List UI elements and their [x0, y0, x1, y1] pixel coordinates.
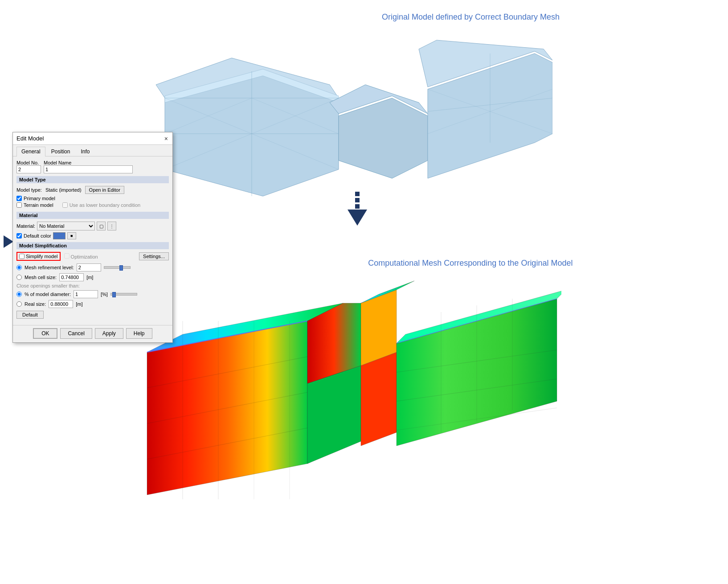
lower-boundary-label: Use as lower boundary condition	[70, 202, 141, 208]
default-btn-row: Default	[16, 311, 169, 319]
optimization-checkbox	[64, 253, 70, 259]
tab-position[interactable]: Position	[46, 147, 75, 156]
apply-button[interactable]: Apply	[95, 328, 123, 339]
terrain-model-label: Terrain model	[24, 202, 53, 208]
mesh-cell-unit: [m]	[86, 275, 93, 280]
mesh-refinement-label: Mesh refinement level:	[25, 265, 74, 270]
simplify-model-checkbox[interactable]	[19, 254, 25, 259]
title-top: Original Model defined by Correct Bounda…	[382, 12, 560, 22]
lower-boundary-checkbox[interactable]	[62, 202, 68, 208]
tab-general[interactable]: General	[16, 147, 45, 156]
percent-slider[interactable]	[110, 293, 137, 296]
material-edit-button[interactable]: ▢	[97, 222, 106, 230]
mesh-refinement-slider[interactable]	[104, 266, 131, 269]
material-row: Material: No Material ▢ ⋮	[16, 222, 169, 230]
model-no-label: Model No.	[16, 160, 41, 165]
default-color-checkbox[interactable]	[16, 233, 22, 239]
mesh-refinement-input[interactable]	[77, 263, 101, 271]
primary-model-row: Primary model	[16, 196, 169, 201]
open-in-editor-button[interactable]: Open in Editor	[85, 186, 124, 194]
default-color-row: Default color ■	[16, 232, 169, 239]
svg-marker-32	[361, 352, 397, 446]
percent-unit: [%]	[101, 292, 108, 297]
model-no-input[interactable]	[16, 165, 41, 173]
model-type-value: Static (imported)	[45, 187, 82, 193]
percent-model-label: % of model diameter:	[25, 292, 71, 297]
terrain-model-row: Terrain model	[16, 202, 53, 208]
color-swatch[interactable]	[53, 232, 65, 239]
real-size-label: Real size:	[25, 301, 46, 307]
model-top-svg	[151, 27, 552, 214]
real-size-input[interactable]	[49, 300, 73, 308]
material-grid-button[interactable]: ⋮	[107, 222, 116, 230]
svg-marker-3	[339, 98, 428, 178]
mesh-refinement-row: Mesh refinement level:	[16, 263, 169, 271]
mesh-cell-size-label: Mesh cell size:	[25, 275, 57, 280]
simplify-label-text: Simplify model	[26, 254, 58, 259]
mesh-cell-size-input[interactable]	[59, 273, 84, 281]
model-bottom-3d	[138, 276, 561, 571]
section-model-type: Model Type	[16, 176, 169, 183]
dialog-close-button[interactable]: ×	[164, 136, 169, 142]
dialog-pointer-arrow	[4, 235, 13, 248]
model-type-label: Model type:	[16, 187, 42, 193]
close-openings-label: Close openings smaller than:	[16, 283, 169, 288]
help-button[interactable]: Help	[126, 328, 152, 339]
model-no-group: Model No.	[16, 160, 41, 173]
main-container: Original Model defined by Correct Bounda…	[0, 0, 728, 584]
simplify-model-row: Simplify model Optimization Settings...	[16, 252, 169, 261]
dialog-title: Edit Model	[16, 135, 44, 142]
color-picker-button[interactable]: ■	[67, 232, 76, 239]
ok-button[interactable]: OK	[33, 328, 57, 339]
mesh-refinement-radio[interactable]	[16, 265, 22, 270]
cancel-button[interactable]: Cancel	[60, 328, 92, 339]
model-type-row: Model type: Static (imported) Open in Ed…	[16, 186, 169, 194]
simplify-model-label: Simplify model	[16, 252, 61, 261]
model-top-3d	[151, 27, 552, 214]
percent-model-row: % of model diameter: [%]	[16, 290, 169, 298]
model-name-input[interactable]	[44, 165, 133, 173]
dialog-tabs: General Position Info	[13, 145, 172, 156]
section-simplification: Model Simplification	[16, 242, 169, 249]
percent-thumb	[112, 292, 116, 297]
dialog-body: Model No. Model Name Model Type Model ty…	[13, 156, 172, 325]
dialog-buttons: OK Cancel Apply Help	[13, 325, 172, 342]
lower-boundary-row: Use as lower boundary condition	[62, 202, 141, 208]
title-bottom: Computational Mesh Corresponding to the …	[368, 259, 573, 268]
real-size-radio[interactable]	[16, 301, 22, 307]
material-select[interactable]: No Material	[37, 222, 95, 230]
model-name-label: Model Name	[44, 160, 169, 165]
real-size-unit: [m]	[76, 301, 82, 307]
primary-model-checkbox[interactable]	[16, 196, 22, 201]
default-button[interactable]: Default	[16, 311, 44, 319]
terrain-model-checkbox[interactable]	[16, 202, 22, 208]
percent-model-input[interactable]	[74, 290, 98, 298]
mesh-refinement-thumb	[119, 265, 123, 271]
optimization-label: Optimization	[64, 253, 98, 259]
primary-model-label: Primary model	[24, 196, 55, 201]
mesh-cell-size-row: Mesh cell size: [m]	[16, 273, 169, 281]
edit-model-dialog: Edit Model × General Position Info Model…	[12, 132, 173, 343]
mesh-cell-size-radio[interactable]	[16, 275, 22, 280]
model-bottom-svg	[138, 276, 561, 571]
tab-info[interactable]: Info	[76, 147, 94, 156]
section-material: Material	[16, 212, 169, 219]
model-no-name-row: Model No. Model Name	[16, 160, 169, 173]
dialog-titlebar: Edit Model ×	[13, 132, 172, 145]
percent-model-radio[interactable]	[16, 292, 22, 297]
settings-button[interactable]: Settings...	[139, 252, 169, 260]
default-color-label: Default color	[24, 233, 51, 239]
model-name-group: Model Name	[44, 160, 169, 173]
real-size-row: Real size: [m]	[16, 300, 169, 308]
material-label: Material:	[16, 223, 35, 229]
